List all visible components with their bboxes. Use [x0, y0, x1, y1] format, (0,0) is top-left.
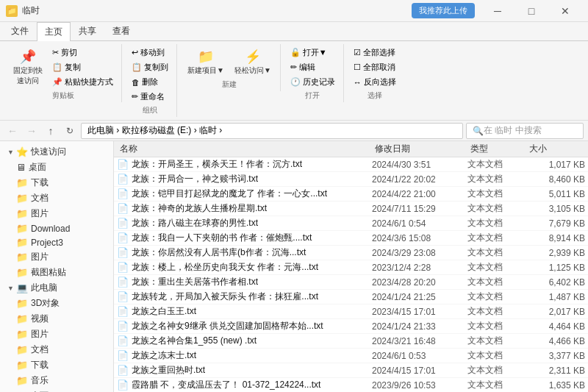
forward-button[interactable]: →	[24, 123, 40, 139]
sidebar-item-desk2[interactable]: 📁桌面	[0, 388, 113, 392]
sidebar-item-screenshot[interactable]: 📁截图粘贴	[0, 265, 113, 280]
search-box[interactable]: 🔍 在 临时 中搜索	[466, 123, 584, 139]
title-bar: 📁 临时 我推荐此上传 ─ □ ✕	[0, 0, 588, 22]
ribbon-tab-view[interactable]: 查看	[104, 21, 138, 40]
back-button[interactable]: ←	[4, 123, 21, 139]
file-size: 2,017 KB	[526, 307, 585, 317]
new-label: 新建	[222, 79, 237, 90]
rename-button[interactable]: ✏重命名	[128, 90, 172, 104]
sidebar-item-img[interactable]: 📁图片	[0, 249, 113, 265]
history-button[interactable]: 🕐历史记录	[287, 75, 339, 89]
col-header-date[interactable]: 修改日期	[372, 143, 467, 155]
file-type: 文本文档	[467, 158, 526, 171]
file-size: 8,914 KB	[526, 233, 585, 243]
refresh-button[interactable]: ↻	[62, 123, 78, 139]
file-size: 1,487 KB	[526, 292, 585, 302]
ribbon-tab-home[interactable]: 主页	[37, 22, 71, 41]
table-row[interactable]: 📄 龙族：重出生关居落书作者相.txt 2023/4/28 20:20 文本文档…	[114, 275, 588, 290]
file-name: 龙族：开局合一，神之赎书词.txt	[132, 173, 372, 185]
sidebar-item-pic2[interactable]: 📁图片	[0, 327, 113, 342]
file-size: 3,377 KB	[526, 351, 585, 361]
close-button[interactable]: ✕	[548, 0, 582, 22]
table-row[interactable]: 📄 龙族：我自一人下夹朝的书 作者：催炮甄....txt 2024/3/6 15…	[114, 231, 588, 246]
table-row[interactable]: 📄 龙族之重回热时.txt 2024/4/15 17:01 文本文档 2,311…	[114, 363, 588, 378]
delete-button[interactable]: 🗑删除	[128, 75, 172, 89]
up-button[interactable]: ↑	[43, 123, 59, 139]
history-icon: 🕐	[290, 77, 301, 87]
file-name: 龙族：重出生关居落书作者相.txt	[132, 276, 372, 288]
copy-button[interactable]: 📋复制	[49, 60, 117, 74]
sidebar-item-download[interactable]: 📁下载	[0, 175, 113, 190]
address-path[interactable]: 此电脑 › 欧拉移动磁盘 (E:) › 临时 ›	[81, 123, 463, 139]
table-row[interactable]: 📄 龙族：铠甲目打起狱龙的魔龙了 作者：一心女...txt 2024/4/22 …	[114, 187, 588, 202]
paste-shortcut-button[interactable]: 📌粘贴快捷方式	[49, 75, 117, 89]
sidebar-item-doc2[interactable]: 📁文档	[0, 342, 113, 357]
sidebar-item-video[interactable]: 📁视频	[0, 311, 113, 327]
new-item-button[interactable]: 📁 新建项目▼	[183, 46, 229, 78]
table-row[interactable]: 📄 龙族转龙，开局加入被天际头 作者：抹狂雇...txt 2024/1/24 2…	[114, 290, 588, 304]
table-row[interactable]: 📄 龙族之冻末士.txt 2024/6/1 0:53 文本文档 3,377 KB	[114, 349, 588, 363]
copy-to-button[interactable]: 📋复制到	[128, 60, 172, 74]
easy-access-button[interactable]: ⚡ 轻松访问▼	[230, 46, 276, 78]
table-row[interactable]: 📄 龙族之名神女9继承 供兑交固建加固格帮本始...txt 2024/1/24 …	[114, 319, 588, 334]
file-area: 名称 修改日期 类型 大小 📄 龙族：开局圣王，横杀天王！作者：沉方.txt 2…	[114, 141, 588, 392]
ribbon-tab-file[interactable]: 文件	[3, 21, 37, 40]
file-date: 2024/1/24 21:25	[372, 292, 467, 302]
copy-to-icon: 📋	[132, 63, 142, 72]
sidebar-item-dl2[interactable]: 📁Download	[0, 221, 113, 235]
new-buttons: 📁 新建项目▼ ⚡ 轻松访问▼	[183, 46, 276, 78]
move-to-button[interactable]: ↩移动到	[128, 46, 172, 60]
file-name: 龙族之冻末士.txt	[132, 349, 372, 362]
organize-buttons: ↩移动到 📋复制到 🗑删除 ✏重命名	[128, 46, 172, 104]
file-date: 2024/1/24 21:33	[372, 321, 467, 332]
open-buttons: 🔓打开▼ ✏编辑 🕐历史记录	[287, 46, 339, 89]
open-button[interactable]: 🔓打开▼	[287, 46, 339, 60]
sidebar-item-quickaccess[interactable]: ▼ ⭐ 快速访问	[0, 144, 113, 160]
expand-icon: ▼	[7, 149, 14, 156]
sidebar-item-dl3[interactable]: 📁下载	[0, 357, 113, 373]
maximize-button[interactable]: □	[514, 0, 548, 22]
col-header-name[interactable]: 名称	[117, 143, 372, 155]
minimize-button[interactable]: ─	[481, 0, 514, 22]
sidebar-item-music[interactable]: 📁音乐	[0, 373, 113, 388]
ribbon-group-select: ☑全部选择 ☐全部取消 ↔反向选择 选择	[345, 44, 404, 102]
pin-quickaccess-button[interactable]: 📌 固定到快速访问	[9, 46, 47, 88]
table-row[interactable]: 📄 龙族：路八磁主在球赛的男性.txt 2024/6/1 0:54 文本文档 7…	[114, 216, 588, 231]
file-date: 2024/7/11 15:29	[372, 204, 467, 214]
table-row[interactable]: 📄 龙族之名神合集1_955 (new) .txt 2024/3/21 16:4…	[114, 334, 588, 349]
file-icon: 📄	[117, 218, 129, 229]
invert-selection-button[interactable]: ↔反向选择	[350, 75, 400, 89]
col-header-size[interactable]: 大小	[526, 143, 585, 155]
deselect-all-button[interactable]: ☐全部取消	[350, 60, 400, 74]
sidebar-item-project3[interactable]: 📁Project3	[0, 235, 113, 249]
deselect-icon: ☐	[354, 63, 361, 72]
col-header-type[interactable]: 类型	[467, 143, 526, 155]
table-row[interactable]: 📄 龙族：开局合一，神之赎书词.txt 2024/1/22 20:02 文本文档…	[114, 172, 588, 187]
file-date: 2024/3/6 15:08	[372, 233, 467, 243]
edit-button[interactable]: ✏编辑	[287, 60, 339, 74]
cut-button[interactable]: ✂剪切	[49, 46, 117, 60]
main-area: ▼ ⭐ 快速访问 🖥桌面 📁下载 📁文档 📁图片 📁Download 📁Proj…	[0, 141, 588, 392]
ribbon-group-organize: ↩移动到 📋复制到 🗑删除 ✏重命名 组织	[123, 44, 177, 117]
sidebar-item-desktop[interactable]: 🖥桌面	[0, 160, 113, 175]
address-bar: ← → ↑ ↻ 此电脑 › 欧拉移动磁盘 (E:) › 临时 › 🔍 在 临时 …	[0, 121, 588, 141]
title-bar-left: 📁 临时	[6, 4, 40, 17]
table-row[interactable]: 📄 龙族：楼上，松坐历史向我天女 作者：元海...txt 2023/12/4 2…	[114, 260, 588, 275]
table-row[interactable]: 📄 龙族：你居然没有人居书库(b作者：沉海...txt 2024/3/29 23…	[114, 246, 588, 260]
file-date: 2024/4/15 17:01	[372, 366, 467, 376]
ribbon-tab-share[interactable]: 共享	[71, 21, 104, 40]
sidebar-item-thispc[interactable]: ▼ 💻 此电脑	[0, 280, 113, 296]
sidebar-item-pictures[interactable]: 📁图片	[0, 206, 113, 221]
organize-col: ↩移动到 📋复制到 🗑删除 ✏重命名	[128, 46, 172, 104]
sidebar-item-3d[interactable]: 📁3D对象	[0, 296, 113, 311]
search-icon: 🔍	[473, 126, 484, 136]
table-row[interactable]: 📄 龙族：神奇的龙族人生播粉星期.txt 2024/7/11 15:29 文本文…	[114, 202, 588, 216]
table-row[interactable]: 📄 霞路腊 不，变成温压去了！ 01-372_124224...txt 2023…	[114, 378, 588, 392]
select-all-button[interactable]: ☑全部选择	[350, 46, 400, 60]
table-row[interactable]: 📄 龙族之白玉王.txt 2023/4/15 17:01 文本文档 2,017 …	[114, 304, 588, 319]
table-row[interactable]: 📄 龙族：开局圣王，横杀天王！作者：沉方.txt 2024/4/30 3:51 …	[114, 157, 588, 172]
cloud-upload-button[interactable]: 我推荐此上传	[412, 3, 475, 18]
file-type: 文本文档	[467, 276, 526, 288]
sidebar-item-docs[interactable]: 📁文档	[0, 190, 113, 206]
project3-icon: 📁	[16, 237, 28, 248]
